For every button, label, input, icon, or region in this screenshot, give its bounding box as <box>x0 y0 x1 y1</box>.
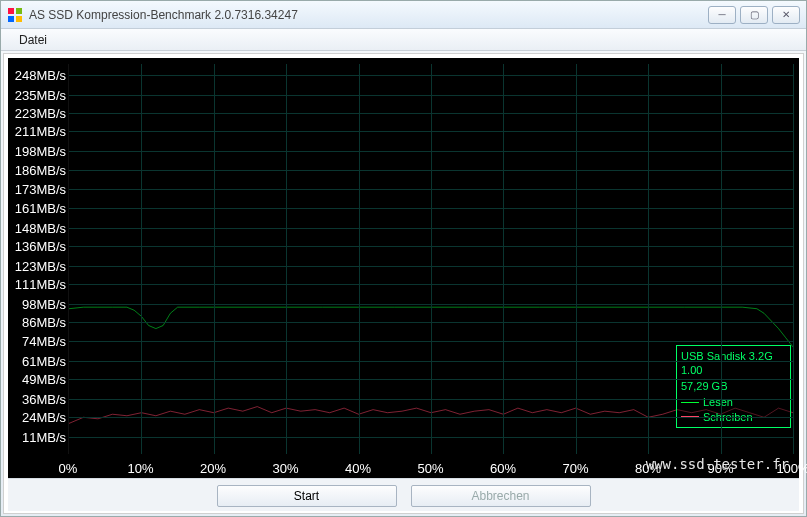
x-tick: 30% <box>272 461 298 476</box>
window-title: AS SSD Kompression-Benchmark 2.0.7316.34… <box>29 8 708 22</box>
app-window: AS SSD Kompression-Benchmark 2.0.7316.34… <box>0 0 807 517</box>
legend-box: USB Sandisk 3.2G 1.00 57,29 GB Lesen Sch… <box>676 345 791 428</box>
close-button[interactable]: ✕ <box>772 6 800 24</box>
plot-area: USB Sandisk 3.2G 1.00 57,29 GB Lesen Sch… <box>68 64 793 454</box>
svg-rect-1 <box>16 8 22 14</box>
content-area: 11MB/s24MB/s36MB/s49MB/s61MB/s74MB/s86MB… <box>3 53 804 514</box>
titlebar: AS SSD Kompression-Benchmark 2.0.7316.34… <box>1 1 806 29</box>
grid-line-vertical <box>431 64 432 454</box>
x-tick: 70% <box>562 461 588 476</box>
grid-line-vertical <box>286 64 287 454</box>
cancel-button: Abbrechen <box>411 485 591 507</box>
maximize-button[interactable]: ▢ <box>740 6 768 24</box>
grid-line-vertical <box>503 64 504 454</box>
start-button[interactable]: Start <box>217 485 397 507</box>
x-tick: 10% <box>127 461 153 476</box>
grid-line-vertical <box>793 64 794 454</box>
chart-area: 11MB/s24MB/s36MB/s49MB/s61MB/s74MB/s86MB… <box>8 58 799 478</box>
svg-rect-0 <box>8 8 14 14</box>
x-tick: 0% <box>59 461 78 476</box>
legend-capacity: 57,29 GB <box>681 379 786 393</box>
legend-label-read: Lesen <box>703 395 733 409</box>
menubar: Datei <box>1 29 806 51</box>
grid-line-vertical <box>721 64 722 454</box>
grid-line-vertical <box>576 64 577 454</box>
grid-line-vertical <box>359 64 360 454</box>
x-tick: 20% <box>200 461 226 476</box>
app-icon <box>7 7 23 23</box>
x-tick: 50% <box>417 461 443 476</box>
x-axis: 0%10%20%30%40%50%60%70%80%90%100% <box>68 456 793 476</box>
grid-line-vertical <box>141 64 142 454</box>
grid-line-vertical <box>648 64 649 454</box>
legend-swatch-read <box>681 402 699 403</box>
button-row: Start Abbrechen <box>8 478 799 511</box>
minimize-button[interactable]: ─ <box>708 6 736 24</box>
menu-file[interactable]: Datei <box>11 31 55 49</box>
x-tick: 100% <box>776 461 807 476</box>
legend-row-read: Lesen <box>681 395 786 409</box>
svg-rect-3 <box>16 16 22 22</box>
y-axis: 11MB/s24MB/s36MB/s49MB/s61MB/s74MB/s86MB… <box>8 64 68 454</box>
x-tick: 90% <box>707 461 733 476</box>
svg-rect-2 <box>8 16 14 22</box>
legend-device-line2: 1.00 <box>681 363 786 377</box>
grid-line-vertical <box>214 64 215 454</box>
x-tick: 80% <box>635 461 661 476</box>
window-controls: ─ ▢ ✕ <box>708 6 800 24</box>
x-tick: 60% <box>490 461 516 476</box>
x-tick: 40% <box>345 461 371 476</box>
